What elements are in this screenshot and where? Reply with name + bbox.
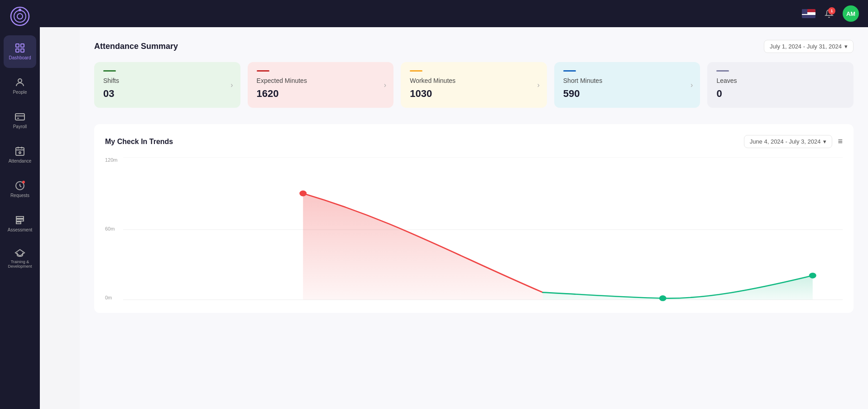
sidebar-item-dashboard-label: Dashboard [9,55,31,61]
worked-label: Worked Minutes [410,77,538,84]
checkin-trends-section: My Check In Trends June 4, 2024 - July 3… [94,124,854,313]
svg-point-24 [809,273,816,279]
leaves-label: Leaves [716,77,844,84]
sidebar-item-people[interactable]: People [4,70,36,102]
svg-rect-4 [16,44,19,47]
shifts-card[interactable]: Shifts 03 › [94,62,240,108]
svg-point-1 [14,10,26,22]
sidebar-item-assessment-label: Assessment [8,227,32,233]
main-content: Attendance Summary July 1, 2024 - July 3… [80,27,868,409]
app-logo [8,5,32,28]
y-label-120: 120m [105,157,118,163]
short-value: 590 [563,88,691,100]
sidebar-item-payroll[interactable]: Payroll [4,104,36,137]
short-minutes-card[interactable]: Short Minutes 590 › [554,62,700,108]
y-label-60: 60m [105,226,118,231]
chevron-down-icon: ▾ [844,43,848,50]
chart-date-range[interactable]: June 4, 2024 - July 3, 2024 ▾ [744,135,833,148]
y-axis-labels: 120m 60m 0m [105,157,118,302]
sidebar-item-assessment[interactable]: Assessment [4,207,36,240]
notification-badge: 1 [828,7,835,14]
sidebar-item-attendance-label: Attendance [9,159,32,164]
sidebar-item-attendance[interactable]: Attendance [4,139,36,171]
svg-rect-5 [21,44,24,47]
expected-arrow: › [384,81,386,89]
sidebar-item-dashboard[interactable]: Dashboard [4,35,36,68]
short-label: Short Minutes [563,77,691,84]
leaves-value: 0 [716,88,844,100]
worked-minutes-card[interactable]: Worked Minutes 1030 › [401,62,547,108]
sidebar-item-people-label: People [13,90,27,95]
short-arrow: › [691,81,693,89]
svg-point-8 [18,79,22,82]
worked-arrow: › [537,81,539,89]
svg-rect-9 [15,114,24,120]
chart-title: My Check In Trends [105,138,173,146]
y-label-0: 0m [105,295,118,300]
sidebar-item-training-label: Training &Development [8,260,32,269]
leaves-card[interactable]: Leaves 0 [707,62,854,108]
shifts-accent [103,70,116,72]
chart-header: My Check In Trends June 4, 2024 - July 3… [105,135,843,148]
user-avatar[interactable]: AM [843,5,859,22]
sidebar-item-payroll-label: Payroll [13,124,27,130]
topbar: 1 AM [40,0,868,27]
attendance-date-range[interactable]: July 1, 2024 - July 31, 2024 ▾ [764,40,854,53]
svg-point-18 [22,181,25,183]
attendance-summary-title: Attendance Summary [94,42,178,51]
chevron-down-icon: ▾ [823,138,826,145]
shifts-value: 03 [103,88,231,100]
sidebar-item-requests-label: Requests [10,193,29,198]
svg-point-22 [299,191,307,197]
svg-point-16 [19,152,21,154]
sidebar: Dashboard People Payroll Attendance [0,0,40,409]
expected-minutes-card[interactable]: Expected Minutes 1620 › [248,62,394,108]
shifts-label: Shifts [103,77,231,84]
notification-bell[interactable]: 1 [822,6,836,21]
svg-rect-7 [21,49,24,52]
attendance-summary-header: Attendance Summary July 1, 2024 - July 3… [94,40,854,53]
sidebar-item-requests[interactable]: Requests [4,173,36,206]
expected-label: Expected Minutes [257,77,385,84]
shifts-arrow: › [230,81,233,89]
language-flag[interactable] [802,9,815,18]
short-accent [563,70,576,72]
expected-accent [257,70,269,72]
svg-point-23 [659,295,667,301]
expected-value: 1620 [257,88,385,100]
worked-value: 1030 [410,88,538,100]
summary-cards: Shifts 03 › Expected Minutes 1620 › Work… [94,62,854,108]
worked-accent [410,70,422,72]
svg-rect-6 [16,49,19,52]
sidebar-item-training[interactable]: Training &Development [4,242,36,274]
svg-point-2 [17,14,23,19]
svg-point-3 [19,9,21,11]
leaves-accent [716,70,729,72]
chart-menu-button[interactable]: ≡ [838,137,843,146]
checkin-trends-chart: 120m 60m 0m [105,157,843,302]
